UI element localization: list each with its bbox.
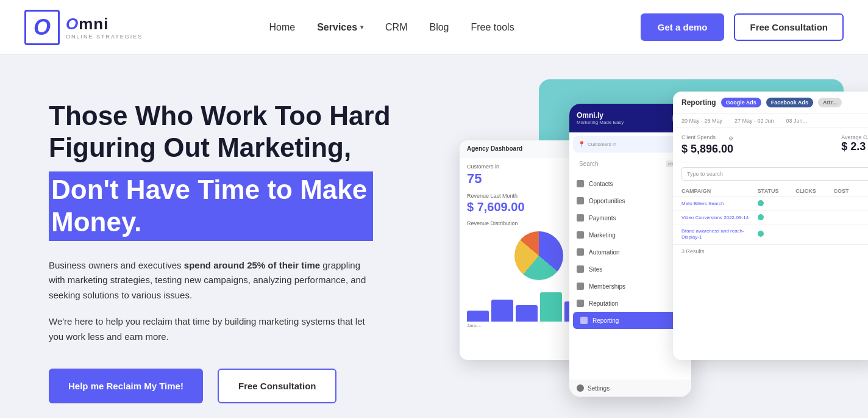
- reputation-icon: [577, 300, 584, 307]
- nav-blog[interactable]: Blog: [429, 22, 449, 33]
- avg-value: $ 2.3: [841, 140, 868, 153]
- navbar: O Omni ONLINE STRATEGIES Home Services ▾…: [0, 0, 868, 55]
- metrics-row: Client Spends ⚙ $ 5,896.00 Average C... …: [673, 128, 868, 162]
- hero-buttons: Help me Reclaim My Time! Free Consultati…: [49, 369, 427, 403]
- marketing-icon: [577, 231, 584, 239]
- pie-chart: [514, 231, 563, 280]
- nav-actions: Get a demo Free Consultation: [641, 13, 844, 41]
- nav-crm[interactable]: CRM: [385, 22, 407, 33]
- mobile-tagline: Marketing Made Easy: [577, 120, 624, 125]
- status-3: [758, 231, 795, 238]
- campaign-row-2[interactable]: Video Conversions 2022-09-14: [673, 211, 868, 225]
- status-2: [758, 214, 795, 222]
- free-consultation-nav-button[interactable]: Free Consultation: [734, 13, 844, 41]
- memberships-icon: [577, 283, 584, 290]
- reporting-card: Reporting Google Ads Facebook Ads Attr..…: [673, 92, 868, 360]
- hero-section: Those Who Work Too Hard Figuring Out Mar…: [0, 55, 868, 418]
- results-count: 3 Results: [673, 244, 868, 258]
- brand-name: Omni: [66, 15, 143, 34]
- logo-box: O: [24, 10, 60, 45]
- status-1: [758, 200, 795, 207]
- gear-icon: [577, 384, 584, 392]
- hero-desc2: We're here to help you reclaim that time…: [49, 314, 378, 345]
- payments-icon: [577, 214, 584, 222]
- nav-links: Home Services ▾ CRM Blog Free tools: [269, 22, 514, 33]
- settings-icon: ⚙: [728, 135, 733, 142]
- logo-text: Omni ONLINE STRATEGIES: [66, 15, 143, 40]
- attr-tab[interactable]: Attr...: [818, 98, 842, 107]
- mobile-nav-reporting[interactable]: Reporting: [573, 312, 688, 329]
- client-spends-value: $ 5,896.00: [681, 143, 733, 156]
- hero-title: Those Who Work Too Hard Figuring Out Mar…: [49, 100, 427, 165]
- sites-icon: [577, 265, 584, 273]
- campaign-name-2: Video Conversions 2022-09-14: [681, 215, 758, 221]
- table-header: CAMPAIGN STATUS CLICKS COST: [673, 186, 868, 196]
- opportunities-icon: [577, 197, 584, 204]
- campaign-row-3[interactable]: Brand awareness and reach- Display-1: [673, 225, 868, 244]
- reporting-icon: [580, 317, 588, 324]
- nav-free-tools[interactable]: Free tools: [471, 22, 514, 33]
- mobile-settings[interactable]: Settings: [569, 380, 691, 397]
- reporting-header: Reporting Google Ads Facebook Ads Attr..…: [673, 92, 868, 114]
- automation-icon: [577, 248, 584, 256]
- mobile-search-box[interactable]: Search ctrl K: [574, 157, 686, 170]
- facebook-ads-tab[interactable]: Facebook Ads: [766, 98, 813, 107]
- nav-services[interactable]: Services ▾: [317, 22, 363, 33]
- campaign-search[interactable]: Type to search: [681, 167, 868, 181]
- contacts-icon: [577, 180, 584, 187]
- mobile-customers-chip: 📍 Customers in: [573, 136, 688, 153]
- hero-content: Those Who Work Too Hard Figuring Out Mar…: [49, 94, 427, 404]
- logo-letter: O: [34, 15, 51, 40]
- nav-home[interactable]: Home: [269, 22, 296, 33]
- client-spends-metric: Client Spends ⚙ $ 5,896.00: [681, 134, 733, 156]
- chevron-down-icon: ▾: [360, 24, 363, 31]
- dashboard-title: Agency Dashboard: [467, 145, 522, 152]
- date-1: 20 May - 26 May: [681, 118, 722, 124]
- avg-label: Average C...: [841, 134, 868, 140]
- bar-2: [491, 300, 513, 322]
- date-2: 27 May - 02 Jun: [735, 118, 774, 124]
- google-ads-tab[interactable]: Google Ads: [721, 98, 761, 107]
- reclaim-time-button[interactable]: Help me Reclaim My Time!: [49, 369, 203, 403]
- brand-sub: ONLINE STRATEGIES: [66, 34, 143, 40]
- mobile-logo: Omni.ly: [577, 111, 624, 120]
- client-spends-label: Client Spends: [681, 134, 716, 140]
- date-3: 03 Jun...: [786, 118, 808, 124]
- campaign-name-1: Mato Billers Search: [681, 201, 758, 207]
- hero-visual: Agency Dashboard ⟳ Refresh Customers in …: [454, 79, 868, 409]
- hero-highlight: Don't Have Time to Make Money.: [49, 171, 373, 241]
- hero-desc1: Business owners and executives spend aro…: [49, 258, 378, 303]
- bar-3: [516, 305, 538, 322]
- reporting-title: Reporting: [681, 98, 716, 107]
- free-consultation-hero-button[interactable]: Free Consultation: [218, 369, 337, 403]
- date-row: 20 May - 26 May 27 May - 02 Jun 03 Jun..…: [673, 114, 868, 128]
- avg-metric: Average C... $ 2.3: [841, 134, 868, 153]
- bar-4: [540, 292, 562, 322]
- get-demo-button[interactable]: Get a demo: [641, 13, 725, 41]
- logo-area: O Omni ONLINE STRATEGIES: [24, 10, 143, 45]
- campaign-row-1[interactable]: Mato Billers Search: [673, 196, 868, 211]
- bar-1: [467, 311, 489, 322]
- campaign-name-3: Brand awareness and reach- Display-1: [681, 228, 758, 241]
